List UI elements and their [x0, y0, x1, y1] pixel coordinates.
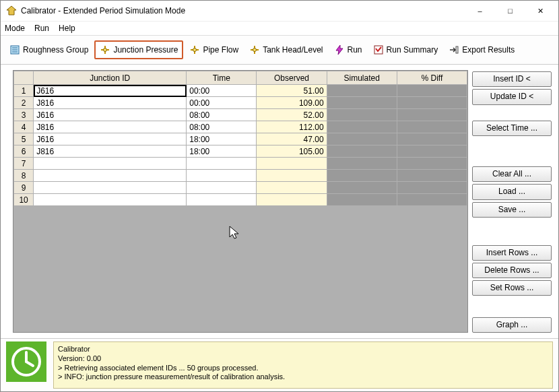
tab-roughness-group[interactable]: Roughness Group	[5, 41, 93, 59]
cell-observed[interactable]	[257, 194, 327, 206]
insert-rows-button[interactable]: Insert Rows ...	[472, 245, 552, 261]
row-header[interactable]: 4	[14, 121, 34, 133]
row-header[interactable]: 2	[14, 97, 34, 109]
cell-junction-id[interactable]: J816	[34, 145, 187, 158]
cell-junction-id[interactable]	[34, 182, 187, 194]
row-header[interactable]: 9	[14, 182, 34, 194]
tab-label: Junction Pressure	[113, 45, 178, 55]
set-rows-button[interactable]: Set Rows ...	[472, 280, 552, 296]
tank-icon	[249, 44, 260, 55]
cell-junction-id[interactable]	[34, 158, 187, 170]
row-header[interactable]: 7	[14, 158, 34, 170]
maximize-button[interactable]: □	[495, 1, 525, 20]
table-row[interactable]: 4J81608:00112.00	[14, 121, 467, 133]
load-button[interactable]: Load ...	[472, 184, 552, 199]
tab-label: Export Results	[462, 45, 515, 55]
cell-junction-id[interactable]: J616	[34, 109, 187, 121]
table-row[interactable]: 6J81618:00105.00	[14, 145, 467, 158]
cell-junction-id[interactable]: J616	[34, 85, 187, 97]
cell-diff	[397, 145, 467, 158]
cell-observed[interactable]: 105.00	[257, 145, 327, 158]
lightning-icon	[334, 44, 345, 55]
status-icon	[6, 341, 46, 382]
cell-diff	[397, 194, 467, 206]
cell-time[interactable]: 08:00	[187, 121, 257, 133]
cell-junction-id[interactable]: J816	[34, 97, 187, 109]
cell-diff	[397, 133, 467, 145]
summary-icon	[373, 44, 384, 55]
cell-time[interactable]: 18:00	[187, 133, 257, 145]
update-id-button[interactable]: Update ID <	[472, 89, 552, 104]
grid-corner[interactable]	[14, 71, 34, 85]
table-row[interactable]: 3J61608:0052.00	[14, 109, 467, 121]
cell-time[interactable]: 08:00	[187, 109, 257, 121]
cell-simulated	[327, 97, 397, 109]
tab-label: Tank Head/Level	[263, 45, 323, 55]
clear-all-button[interactable]: Clear All ...	[472, 166, 552, 182]
tab-label: Pipe Flow	[203, 45, 238, 55]
close-button[interactable]: ✕	[525, 1, 556, 20]
log-line: > INFO: junction pressure measurement/re…	[58, 372, 548, 382]
col-simulated[interactable]: Simulated	[327, 71, 397, 85]
table-row[interactable]: 5J61618:0047.00	[14, 133, 467, 145]
menu-help[interactable]: Help	[59, 24, 75, 33]
cell-junction-id[interactable]	[34, 194, 187, 206]
cell-time[interactable]: 00:00	[187, 85, 257, 97]
row-header[interactable]: 8	[14, 170, 34, 182]
cell-observed[interactable]: 52.00	[257, 109, 327, 121]
cell-observed[interactable]: 51.00	[257, 85, 327, 97]
cell-junction-id[interactable]: J816	[34, 121, 187, 133]
run-summary-button[interactable]: Run Summary	[368, 41, 443, 59]
cell-observed[interactable]: 109.00	[257, 97, 327, 109]
table-row[interactable]: 1J61600:0051.00	[14, 85, 467, 97]
cell-time[interactable]	[187, 170, 257, 182]
cell-time[interactable]	[187, 182, 257, 194]
cell-time[interactable]: 18:00	[187, 145, 257, 158]
table-row[interactable]: 10	[14, 194, 467, 206]
content-area: Junction ID Time Observed Simulated % Di…	[1, 65, 558, 338]
insert-id-button[interactable]: Insert ID <	[472, 71, 552, 87]
cell-time[interactable]	[187, 194, 257, 206]
cell-junction-id[interactable]: J616	[34, 133, 187, 145]
minimize-button[interactable]: –	[465, 1, 495, 20]
cell-simulated	[327, 194, 397, 206]
col-time[interactable]: Time	[187, 71, 257, 85]
cell-time[interactable]: 00:00	[187, 97, 257, 109]
row-header[interactable]: 10	[14, 194, 34, 206]
col-observed[interactable]: Observed	[257, 71, 327, 85]
cell-observed[interactable]	[257, 170, 327, 182]
cell-observed[interactable]: 112.00	[257, 121, 327, 133]
data-grid[interactable]: Junction ID Time Observed Simulated % Di…	[13, 70, 468, 333]
col-junction-id[interactable]: Junction ID	[34, 71, 187, 85]
save-button[interactable]: Save ...	[472, 202, 552, 218]
table-row[interactable]: 8	[14, 170, 467, 182]
graph-button[interactable]: Graph ...	[472, 317, 552, 333]
tab-tank-head-level[interactable]: Tank Head/Level	[244, 41, 327, 59]
cell-junction-id[interactable]	[34, 170, 187, 182]
cell-diff	[397, 182, 467, 194]
row-header[interactable]: 5	[14, 133, 34, 145]
export-results-button[interactable]: Export Results	[444, 41, 519, 59]
cell-observed[interactable]	[257, 182, 327, 194]
select-time-button[interactable]: Select Time ...	[472, 121, 552, 136]
cell-observed[interactable]	[257, 158, 327, 170]
col-diff[interactable]: % Diff	[397, 71, 467, 85]
row-header[interactable]: 1	[14, 85, 34, 97]
tab-pipe-flow[interactable]: Pipe Flow	[185, 41, 243, 59]
app-window: Calibrator - Extended Period Simulation …	[0, 0, 559, 392]
row-header[interactable]: 3	[14, 109, 34, 121]
cell-time[interactable]	[187, 158, 257, 170]
menu-run[interactable]: Run	[34, 24, 49, 33]
table-row[interactable]: 7	[14, 158, 467, 170]
svg-marker-17	[230, 226, 238, 238]
table-row[interactable]: 2J81600:00109.00	[14, 97, 467, 109]
run-button[interactable]: Run	[329, 41, 367, 59]
cell-observed[interactable]: 47.00	[257, 133, 327, 145]
tab-junction-pressure[interactable]: Junction Pressure	[94, 40, 183, 59]
cell-diff	[397, 170, 467, 182]
delete-rows-button[interactable]: Delete Rows ...	[472, 263, 552, 278]
titlebar: Calibrator - Extended Period Simulation …	[1, 1, 558, 22]
menu-mode[interactable]: Mode	[5, 24, 25, 33]
row-header[interactable]: 6	[14, 145, 34, 158]
table-row[interactable]: 9	[14, 182, 467, 194]
